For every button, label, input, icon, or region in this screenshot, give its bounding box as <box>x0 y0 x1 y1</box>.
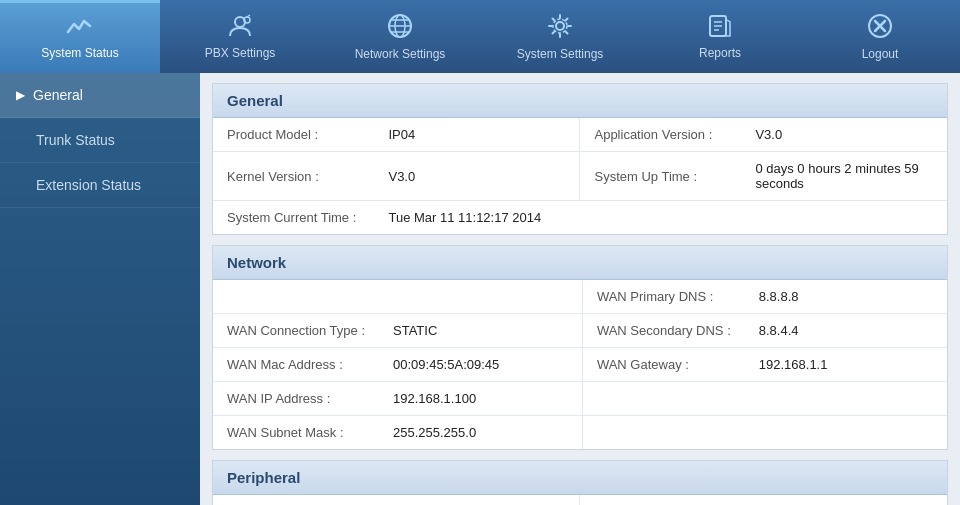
sidebar: ▶ General Trunk Status Extension Status <box>0 73 200 505</box>
table-row: WAN Primary DNS : 8.8.8.8 <box>213 280 947 314</box>
table-row: WAN Mac Address : 00:09:45:5A:09:45 WAN … <box>213 348 947 382</box>
nav-pbx-settings-label: PBX Settings <box>205 46 276 60</box>
wan-mac-value: 00:09:45:5A:09:45 <box>379 348 582 382</box>
general-section: General Product Model : IP04 Application… <box>212 83 948 235</box>
port1-label: Port 1 : <box>213 495 374 505</box>
nav-system-status-label: System Status <box>41 46 118 60</box>
nav-system-settings[interactable]: System Settings <box>480 0 640 73</box>
table-row: WAN Connection Type : STATIC WAN Seconda… <box>213 314 947 348</box>
wan-primary-dns-value: 8.8.8.8 <box>745 280 947 314</box>
app-version-label: Application Version : <box>580 118 741 152</box>
nav-network-settings-label: Network Settings <box>355 47 446 61</box>
wan-connection-type-value: STATIC <box>379 314 582 348</box>
sidebar-item-extension-status[interactable]: Extension Status <box>0 163 200 208</box>
wan-ip-value: 192.168.1.100 <box>379 382 582 416</box>
reports-icon <box>707 14 733 42</box>
product-model-value: IP04 <box>374 118 580 152</box>
app-version-value: V3.0 <box>741 118 947 152</box>
port2-value: unplugged <box>741 495 947 505</box>
sidebar-item-general[interactable]: ▶ General <box>0 73 200 118</box>
network-settings-icon <box>387 13 413 43</box>
nav-reports-label: Reports <box>699 46 741 60</box>
peripheral-info-table: Port 1 : FXS Port 2 : unplugged Port 3 :… <box>213 495 947 505</box>
product-model-label: Product Model : <box>213 118 374 152</box>
table-row: WAN IP Address : 192.168.1.100 <box>213 382 947 416</box>
port2-label: Port 2 : <box>580 495 741 505</box>
svg-point-0 <box>235 17 245 27</box>
network-section-title: Network <box>227 254 286 271</box>
nav-logout[interactable]: Logout <box>800 0 960 73</box>
nav-network-settings[interactable]: Network Settings <box>320 0 480 73</box>
svg-point-8 <box>556 22 564 30</box>
kernel-version-value: V3.0 <box>374 152 580 201</box>
uptime-label: System Up Time : <box>580 152 741 201</box>
main-layout: ▶ General Trunk Status Extension Status … <box>0 73 960 505</box>
content-area: General Product Model : IP04 Application… <box>200 73 960 505</box>
sidebar-item-general-label: General <box>33 87 83 103</box>
top-navigation: System Status PBX Settings Network Setti… <box>0 0 960 73</box>
nav-system-status[interactable]: System Status <box>0 0 160 73</box>
wan-ip-label: WAN IP Address : <box>213 382 379 416</box>
wan-secondary-dns-value: 8.8.4.4 <box>745 314 947 348</box>
kernel-version-label: Kernel Version : <box>213 152 374 201</box>
table-row: Port 1 : FXS Port 2 : unplugged <box>213 495 947 505</box>
sidebar-item-extension-status-label: Extension Status <box>36 177 141 193</box>
general-section-header: General <box>213 84 947 118</box>
svg-line-2 <box>247 15 250 17</box>
wan-mac-label: WAN Mac Address : <box>213 348 379 382</box>
chevron-right-icon: ▶ <box>16 88 25 102</box>
table-row: System Current Time : Tue Mar 11 11:12:1… <box>213 201 947 235</box>
nav-logout-label: Logout <box>862 47 899 61</box>
table-row: Kernel Version : V3.0 System Up Time : 0… <box>213 152 947 201</box>
wan-subnet-value: 255.255.255.0 <box>379 416 582 450</box>
logout-icon <box>867 13 893 43</box>
nav-pbx-settings[interactable]: PBX Settings <box>160 0 320 73</box>
uptime-value: 0 days 0 hours 2 minutes 59 seconds <box>741 152 947 201</box>
wan-gateway-label: WAN Gateway : <box>582 348 744 382</box>
network-info-table: WAN Primary DNS : 8.8.8.8 WAN Connection… <box>213 280 947 449</box>
current-time-label: System Current Time : <box>213 201 374 235</box>
system-settings-icon <box>547 13 573 43</box>
wan-secondary-dns-label: WAN Secondary DNS : <box>582 314 744 348</box>
nav-system-settings-label: System Settings <box>517 47 604 61</box>
system-status-icon <box>66 16 94 42</box>
wan-connection-type-label: WAN Connection Type : <box>213 314 379 348</box>
peripheral-section-header: Peripheral <box>213 461 947 495</box>
table-row: Product Model : IP04 Application Version… <box>213 118 947 152</box>
pbx-settings-icon <box>226 14 254 42</box>
table-row: WAN Subnet Mask : 255.255.255.0 <box>213 416 947 450</box>
wan-subnet-label: WAN Subnet Mask : <box>213 416 379 450</box>
port1-value: FXS <box>374 495 580 505</box>
peripheral-section-title: Peripheral <box>227 469 300 486</box>
sidebar-item-trunk-status[interactable]: Trunk Status <box>0 118 200 163</box>
nav-reports[interactable]: Reports <box>640 0 800 73</box>
wan-gateway-value: 192.168.1.1 <box>745 348 947 382</box>
general-info-table: Product Model : IP04 Application Version… <box>213 118 947 234</box>
general-section-title: General <box>227 92 283 109</box>
network-section-header: Network <box>213 246 947 280</box>
sidebar-item-trunk-status-label: Trunk Status <box>36 132 115 148</box>
current-time-value: Tue Mar 11 11:12:17 2014 <box>374 201 947 235</box>
wan-primary-dns-label: WAN Primary DNS : <box>582 280 744 314</box>
peripheral-section: Peripheral Port 1 : FXS Port 2 : unplugg… <box>212 460 948 505</box>
network-section: Network WAN Primary DNS : 8.8.8.8 WAN Co… <box>212 245 948 450</box>
